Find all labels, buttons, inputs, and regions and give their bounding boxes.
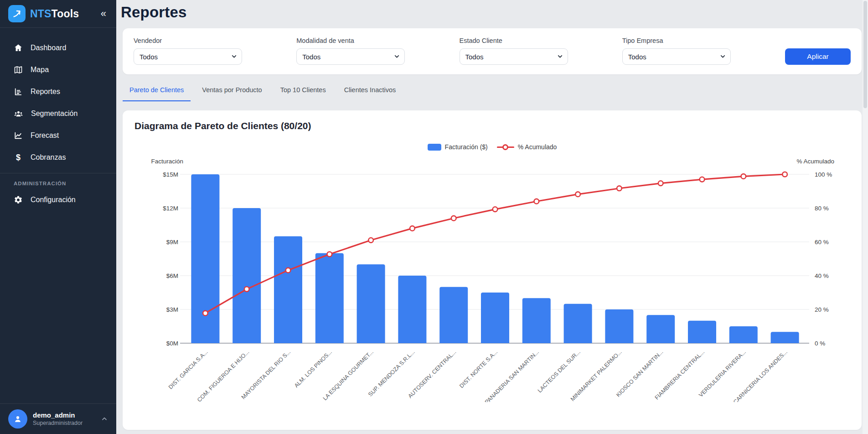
legend-label: % Acumulado [518, 143, 557, 151]
sidebar-header: NTSTools « [0, 0, 116, 28]
tab-pareto-de-clientes[interactable]: Pareto de Clientes [123, 86, 191, 101]
sidebar-item-label: Dashboard [31, 44, 66, 52]
svg-text:80 %: 80 % [815, 205, 829, 212]
dollar-icon: $ [14, 153, 23, 162]
facturacion-bars [191, 174, 799, 343]
vendedor-select[interactable]: Todos [134, 48, 242, 65]
apply-button[interactable]: Aplicar [785, 48, 851, 65]
sidebar-item-label: Segmentación [31, 110, 78, 118]
line-chart-icon [14, 131, 23, 140]
sidebar-item-configuracion[interactable]: Configuración [0, 189, 116, 211]
users-icon [14, 109, 23, 119]
filter-bar: Vendedor Todos Modalidad de venta Todos … [123, 28, 862, 74]
svg-text:$6M: $6M [166, 272, 178, 279]
svg-text:$3M: $3M [166, 306, 178, 313]
svg-text:0 %: 0 % [815, 340, 825, 347]
sidebar-item-label: Configuración [31, 196, 76, 204]
brand-secondary: Tools [52, 8, 79, 20]
svg-text:AUTOSERV. CENTRAL...: AUTOSERV. CENTRAL... [407, 349, 457, 399]
sidebar-item-dashboard[interactable]: Dashboard [0, 37, 116, 59]
main-content: Reportes Vendedor Todos Modalidad de ven… [116, 0, 868, 434]
tipo-empresa-select[interactable]: Todos [622, 48, 731, 65]
svg-text:ALM. LOS PINOS...: ALM. LOS PINOS... [293, 349, 333, 389]
svg-text:$15M: $15M [163, 171, 178, 178]
sidebar-item-label: Forecast [31, 131, 59, 140]
bar-chart-icon [14, 87, 23, 96]
bar [729, 326, 758, 343]
filter-field-tipo-empresa: Tipo Empresa Todos [622, 37, 785, 65]
chart-title: Diagrama de Pareto de Clientes (80/20) [134, 120, 850, 131]
filter-label: Modalidad de venta [296, 37, 459, 44]
scrollbar-track[interactable] [863, 0, 868, 434]
sidebar-nav: Dashboard Mapa Reportes Segmentación For… [0, 28, 116, 211]
page-title: Reportes [116, 0, 868, 21]
bar [522, 298, 551, 343]
filter-field-modalidad: Modalidad de venta Todos [296, 37, 459, 65]
sidebar-item-label: Cobranzas [31, 153, 66, 162]
chart-legend: Facturación ($) % Acumulado [134, 143, 850, 151]
bar [232, 208, 261, 343]
estado-cliente-select[interactable]: Todos [460, 48, 568, 65]
tab-clientes-inactivos[interactable]: Clientes Inactivos [337, 86, 403, 101]
bar [315, 253, 344, 343]
bar [357, 264, 385, 343]
sidebar-item-segmentacion[interactable]: Segmentación [0, 103, 116, 125]
sidebar-item-mapa[interactable]: Mapa [0, 59, 116, 81]
svg-text:SUP. MENDOZA S.R.L...: SUP. MENDOZA S.R.L... [367, 349, 416, 397]
sidebar-item-label: Reportes [31, 88, 60, 96]
svg-text:$12M: $12M [163, 205, 178, 212]
sidebar: NTSTools « Dashboard Mapa Reportes Segme… [0, 0, 116, 434]
legend-item-acumulado[interactable]: % Acumulado [497, 143, 557, 151]
bar [688, 321, 716, 343]
bar [771, 332, 799, 343]
svg-text:60 %: 60 % [815, 239, 829, 246]
svg-text:40 %: 40 % [815, 272, 829, 279]
bar [274, 236, 302, 343]
svg-text:DIST. GARCIA S.A...: DIST. GARCIA S.A... [167, 349, 209, 390]
svg-text:DIST. NORTE S.A...: DIST. NORTE S.A... [458, 349, 499, 389]
svg-text:100 %: 100 % [815, 171, 832, 178]
bar [481, 293, 509, 343]
user-name: demo_admin [33, 411, 83, 420]
bar [398, 276, 426, 343]
svg-text:$0M: $0M [166, 340, 178, 347]
modalidad-select[interactable]: Todos [296, 48, 405, 65]
legend-item-facturacion[interactable]: Facturación ($) [428, 143, 488, 151]
legend-label: Facturación ($) [445, 143, 488, 151]
gear-icon [14, 195, 23, 204]
chevron-up-icon[interactable] [101, 415, 108, 423]
x-axis-labels: DIST. GARCIA S.A...COM. FIGUEROA E HIJO.… [167, 349, 789, 402]
brand-name: NTSTools [30, 8, 79, 20]
tab-top-10-clientes[interactable]: Top 10 Clientes [274, 86, 333, 101]
right-axis-title: % Acumulado [796, 158, 834, 165]
pareto-chart: $15M100 %$12M80 %$9M60 %$6M40 %$3M20 %$0… [134, 153, 850, 402]
report-tabs: Pareto de Clientes Ventas por Producto T… [123, 86, 862, 101]
user-role: Superadministrador [33, 420, 83, 427]
bar [564, 304, 592, 343]
user-menu[interactable]: demo_admin Superadministrador [0, 403, 116, 434]
scrollbar-thumb[interactable] [863, 1, 867, 108]
bar [605, 309, 633, 343]
svg-text:MAYORISTA DEL RIO S...: MAYORISTA DEL RIO S... [240, 349, 292, 400]
sidebar-item-reportes[interactable]: Reportes [0, 81, 116, 103]
line-marker-icon [497, 143, 514, 151]
svg-text:LACTEOS DEL SUR...: LACTEOS DEL SUR... [537, 349, 582, 394]
avatar [8, 409, 27, 429]
sidebar-collapse-button[interactable]: « [98, 7, 109, 21]
svg-text:20 %: 20 % [815, 306, 829, 313]
bar [646, 315, 675, 343]
bar [191, 174, 219, 343]
svg-text:$9M: $9M [166, 239, 178, 246]
map-icon [14, 65, 23, 74]
app-logo-icon [8, 5, 26, 22]
filter-field-vendedor: Vendedor Todos [134, 37, 296, 65]
svg-text:KIOSCO SAN MARTIN...: KIOSCO SAN MARTIN... [615, 349, 664, 398]
pareto-chart-card: Diagrama de Pareto de Clientes (80/20) F… [123, 110, 862, 430]
sidebar-item-cobranzas[interactable]: $ Cobranzas [0, 146, 116, 168]
sidebar-item-forecast[interactable]: Forecast [0, 125, 116, 146]
brand-primary: NTS [30, 8, 52, 20]
tab-ventas-por-producto[interactable]: Ventas por Producto [195, 86, 269, 101]
bar [439, 287, 468, 343]
filter-label: Tipo Empresa [622, 37, 785, 44]
bar-swatch-icon [428, 144, 441, 151]
